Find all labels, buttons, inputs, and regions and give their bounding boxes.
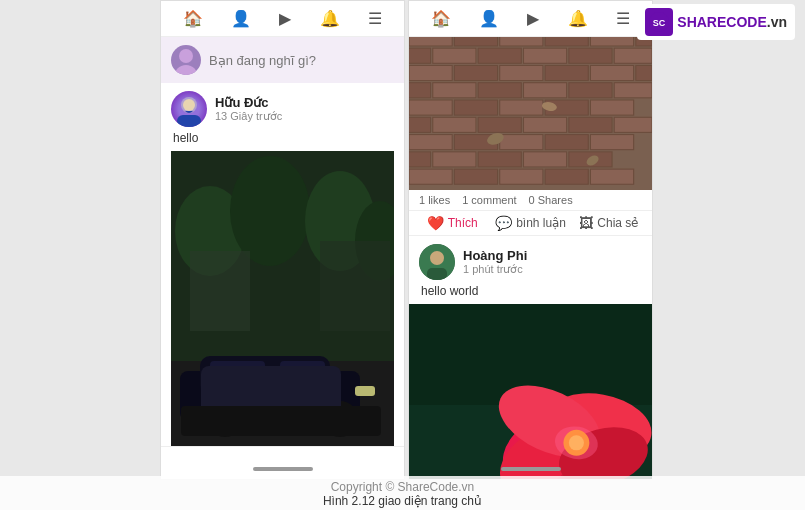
svg-rect-68	[523, 152, 566, 167]
nav-friends-right[interactable]: 👤	[479, 9, 499, 28]
svg-rect-49	[409, 100, 452, 115]
nav-menu-right[interactable]: ☰	[616, 9, 630, 28]
svg-rect-59	[614, 117, 652, 132]
comment-button[interactable]: 💬 bình luận	[491, 211, 569, 235]
svg-rect-67	[478, 152, 521, 167]
svg-point-18	[215, 409, 235, 429]
svg-text:GSK 200: GSK 200	[269, 413, 302, 422]
share-label: Chia sẻ	[597, 216, 638, 230]
scroll-indicator-right	[501, 467, 561, 471]
svg-rect-15	[210, 361, 265, 389]
like-button[interactable]: ❤️ Thích	[413, 211, 491, 235]
logo-text: SHARECODE	[677, 14, 766, 30]
nav-friends-left[interactable]: 👤	[231, 9, 251, 28]
svg-rect-29	[590, 37, 633, 46]
post-username-1: Hữu Đức	[215, 95, 282, 110]
svg-rect-70	[409, 169, 452, 184]
svg-rect-47	[569, 83, 612, 98]
nav-bar-left: 🏠 👤 ▶ 🔔 ☰	[161, 1, 404, 37]
nav-bar-right: 🏠 👤 ▶ 🔔 ☰	[409, 1, 652, 37]
logo-icon: SC	[645, 8, 673, 36]
post-user-info-1: Hữu Đức 13 Giây trước	[215, 95, 282, 123]
nav-home-right[interactable]: 🏠	[431, 9, 451, 28]
svg-rect-51	[500, 100, 543, 115]
svg-rect-53	[590, 100, 633, 115]
nav-menu-left[interactable]: ☰	[368, 9, 382, 28]
footer: Copyright © ShareCode.vn Hình 2.12 giao …	[0, 476, 805, 510]
svg-point-20	[330, 409, 350, 429]
svg-rect-74	[590, 169, 633, 184]
nav-video-left[interactable]: ▶	[279, 9, 291, 28]
svg-rect-28	[545, 37, 588, 46]
svg-text:SC: SC	[653, 18, 666, 28]
post-time-1: 13 Giây trước	[215, 110, 282, 123]
svg-rect-3	[177, 115, 201, 127]
svg-rect-54	[409, 117, 431, 132]
svg-rect-58	[569, 117, 612, 132]
svg-rect-31	[409, 48, 431, 63]
svg-rect-40	[545, 65, 588, 80]
svg-point-79	[430, 251, 444, 265]
svg-rect-60	[409, 135, 452, 150]
svg-rect-65	[409, 152, 431, 167]
page-wrapper: 🏠 👤 ▶ 🔔 ☰	[0, 0, 805, 510]
nav-home-left[interactable]: 🏠	[183, 9, 203, 28]
svg-rect-46	[523, 83, 566, 98]
shares-count: 0 Shares	[529, 194, 573, 206]
share-button[interactable]: 🖼 Chia sẻ	[570, 211, 648, 235]
post-avatar-2	[419, 244, 455, 280]
svg-rect-45	[478, 83, 521, 98]
likes-count: 1 likes	[419, 194, 450, 206]
svg-rect-71	[454, 169, 497, 184]
post-time-2: 1 phút trước	[463, 263, 527, 276]
svg-rect-41	[590, 65, 633, 80]
svg-point-7	[230, 156, 310, 266]
comment-label: bình luận	[516, 216, 566, 230]
svg-rect-12	[171, 361, 394, 446]
logo-area: SC SHARECODE.vn	[637, 4, 795, 40]
scroll-indicator-left	[253, 467, 313, 471]
svg-rect-66	[433, 152, 476, 167]
post-user-info-2: Hoàng Phi 1 phút trước	[463, 248, 527, 276]
nav-video-right[interactable]: ▶	[527, 9, 539, 28]
post-image-car: GSK 200	[171, 151, 394, 446]
svg-rect-37	[409, 65, 452, 80]
svg-point-4	[183, 99, 195, 111]
svg-rect-48	[614, 83, 652, 98]
actions-row: ❤️ Thích 💬 bình luận 🖼 Chia sẻ	[409, 210, 652, 236]
svg-rect-50	[454, 100, 497, 115]
svg-point-17	[207, 401, 243, 437]
post-header-1: Hữu Đức 13 Giây trước	[171, 91, 394, 127]
svg-rect-44	[433, 83, 476, 98]
svg-point-91	[569, 435, 584, 450]
nav-notifications-left[interactable]: 🔔	[320, 9, 340, 28]
svg-rect-39	[500, 65, 543, 80]
svg-rect-63	[545, 135, 588, 150]
share-icon: 🖼	[579, 215, 593, 231]
heart-icon: ❤️	[427, 215, 444, 231]
svg-rect-62	[500, 135, 543, 150]
comments-count: 1 comment	[462, 194, 516, 206]
post-username-2: Hoàng Phi	[463, 248, 527, 263]
svg-point-19	[322, 401, 358, 437]
phone-right: 🏠 👤 ▶ 🔔 ☰	[408, 0, 653, 480]
phone-left: 🏠 👤 ▶ 🔔 ☰	[160, 0, 405, 480]
nav-notifications-right[interactable]: 🔔	[568, 9, 588, 28]
svg-rect-34	[523, 48, 566, 63]
status-input[interactable]	[209, 53, 394, 68]
caption-text: Hình 2.12 giao diện trang chủ	[0, 494, 805, 508]
post-text-1: hello	[171, 131, 394, 145]
svg-rect-25	[409, 37, 452, 46]
post-image-flower	[409, 304, 652, 479]
post-item-2: Hoàng Phi 1 phút trước hello world	[409, 236, 652, 298]
svg-rect-21	[355, 386, 375, 396]
post-text-2: hello world	[419, 284, 642, 298]
like-label: Thích	[448, 216, 478, 230]
search-bar	[161, 37, 404, 83]
post-item-1: Hữu Đức 13 Giây trước hello	[161, 83, 404, 447]
svg-rect-26	[454, 37, 497, 46]
svg-point-1	[174, 65, 198, 75]
svg-rect-72	[500, 169, 543, 184]
svg-rect-33	[478, 48, 521, 63]
logo-suffix: .vn	[767, 14, 787, 30]
